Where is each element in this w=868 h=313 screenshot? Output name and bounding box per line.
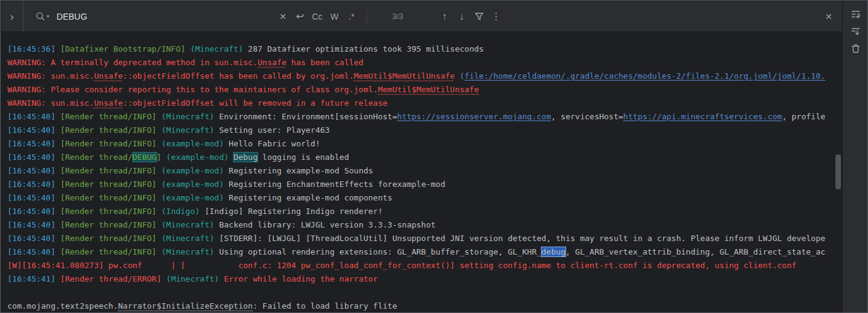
log-segment: (Minecraft) [161, 125, 214, 135]
log-segment: (example-mod) [161, 139, 224, 148]
log-hyperlink[interactable]: ( [460, 71, 465, 81]
search-icon[interactable]: ▾ [35, 11, 49, 22]
log-segment: ::objectFieldOffset will be removed in a… [123, 98, 387, 108]
log-segment: [Render thread/INFO] [60, 125, 157, 135]
log-segment: [Render thread/INFO] [60, 180, 157, 189]
whole-words-toggle[interactable]: W [327, 9, 342, 25]
log-segment: Hello Fabric world! [224, 139, 320, 148]
log-hyperlink[interactable]: Narrator$InitializeException [118, 301, 253, 311]
console-log[interactable]: [16:45:36] [Datafixer Bootstrap/INFO] (M… [1, 33, 842, 313]
log-hyperlink[interactable]: Unsafe [258, 58, 286, 67]
search-input[interactable]: DEBUG [57, 12, 273, 22]
log-segment: Backend library: LWJGL version 3.3.3-sna… [215, 220, 436, 229]
funnel-icon [474, 11, 484, 22]
soft-wrap-button[interactable] [847, 7, 864, 22]
log-segment: Setting user: Player463 [215, 125, 330, 135]
log-segment: [Render thread/INFO] [60, 207, 157, 216]
log-segment: Using optional rendering extensions: GL_… [215, 247, 542, 256]
log-segment [55, 44, 60, 53]
log-segment: [16:45:40] [7, 166, 55, 175]
log-segment: Registering example-mod Sounds [224, 166, 373, 175]
run-console-window: › ▾ DEBUG ✕ ↩ Cc W .* 3/3 ↑ ↓ ⋮ ✕ [16:45… [0, 0, 868, 313]
log-segment: (Minecraft) [190, 44, 243, 53]
search-current-highlight: debug [542, 247, 566, 256]
log-segment: Error while loading the narrator [219, 274, 377, 283]
log-segment: [W][16:45:41.080273] pw.conf | [ conf.c:… [7, 261, 797, 270]
log-line: WARNING: sun.misc.Unsafe::objectFieldOff… [7, 69, 842, 83]
log-segment [55, 220, 60, 229]
log-segment [55, 139, 60, 148]
log-segment [55, 166, 60, 175]
log-line: [16:45:40] [Render thread/INFO] (Minecra… [7, 218, 842, 232]
log-segment: (Minecraft) [166, 274, 219, 283]
regex-toggle[interactable]: .* [344, 9, 359, 25]
soft-wrap-icon [850, 9, 861, 20]
log-segment [55, 234, 60, 243]
log-segment: [Render thread/INFO] [60, 112, 157, 121]
search-history-dropdown-icon: ▾ [47, 14, 49, 19]
filter-button[interactable] [471, 9, 486, 25]
log-line: WARNING: Please consider reporting this … [7, 83, 842, 97]
log-segment: WARNING: sun.misc. [7, 98, 94, 108]
match-case-toggle[interactable]: Cc [310, 9, 325, 25]
log-segment: [16:45:40] [7, 153, 55, 162]
log-segment: com.mojang.text2speech. [7, 301, 118, 311]
log-hyperlink[interactable]: MemUtil$MemUtilUnsafe [378, 85, 479, 94]
log-segment [55, 207, 60, 216]
log-segment: , servicesHost= [551, 112, 623, 121]
log-segment: [16:45:36] [7, 44, 55, 53]
toolbar-divider [366, 10, 367, 23]
log-segment: : Failed to load library flite [253, 301, 397, 311]
previous-match-button[interactable]: ↑ [437, 9, 452, 25]
log-segment: WARNING: Please consider reporting this … [7, 85, 378, 94]
clear-search-button[interactable]: ✕ [275, 9, 290, 25]
log-segment: 287 Datafixer optimizations took 395 mil… [243, 44, 484, 53]
log-segment: [STDERR]: [LWJGL] [ThreadLocalUtil] Unsu… [215, 234, 826, 243]
expand-search-panel-button[interactable]: › [1, 1, 23, 31]
vertical-scrollbar-thumb[interactable] [835, 154, 841, 189]
log-segment [55, 274, 60, 283]
clear-console-button[interactable] [847, 41, 864, 56]
insert-newline-button[interactable]: ↩ [293, 9, 307, 25]
log-hyperlink[interactable]: file:/home/celdaemon/.gradle/caches/modu… [465, 71, 826, 81]
log-segment: [16:45:40] [7, 125, 55, 135]
log-line [7, 286, 842, 299]
log-line: [16:45:40] [Render thread/DEBUG] (exampl… [7, 151, 842, 164]
scroll-to-end-button[interactable] [847, 24, 864, 39]
magnifier-icon [35, 11, 46, 22]
log-segment: Registering EnchantmentEffects forexampl… [224, 180, 445, 189]
log-hyperlink[interactable]: Unsafe [94, 98, 123, 108]
log-line: com.mojang.text2speech.Narrator$Initiali… [7, 299, 842, 313]
log-segment: [Render thread/INFO] [60, 247, 157, 256]
log-line: [16:45:40] [Render thread/INFO] (Minecra… [7, 124, 842, 137]
log-hyperlink[interactable]: MemUtil$MemUtilUnsafe [354, 71, 455, 81]
log-segment [55, 247, 60, 256]
next-match-button[interactable]: ↓ [454, 9, 469, 25]
log-line: WARNING: sun.misc.Unsafe::objectFieldOff… [7, 97, 842, 110]
log-segment: (Indigo) [161, 207, 200, 216]
log-segment [55, 112, 60, 121]
close-search-button[interactable]: ✕ [821, 9, 836, 25]
log-segment: [Render thread/ [60, 153, 132, 162]
console-toolbar [842, 1, 868, 313]
search-match-highlight: DEBUG [133, 153, 157, 162]
log-hyperlink[interactable]: https://api.minecraftservices.com [623, 112, 782, 121]
log-segment: [16:45:40] [7, 220, 55, 229]
log-hyperlink[interactable]: Unsafe [94, 71, 123, 81]
scroll-to-end-icon [850, 26, 861, 37]
chevron-right-icon: › [10, 10, 14, 23]
more-options-button[interactable]: ⋮ [489, 9, 503, 25]
match-counter: 3/3 [376, 12, 420, 21]
log-segment: , profile [782, 112, 825, 121]
log-segment: [16:45:40] [7, 193, 55, 202]
log-segment: [Render thread/INFO] [60, 234, 157, 243]
log-line: [16:45:40] [Render thread/INFO] (example… [7, 178, 842, 191]
log-line: WARNING: A terminally deprecated method … [7, 56, 842, 69]
log-segment: [16:45:40] [7, 112, 55, 121]
log-segment: [Render thread/INFO] [60, 166, 157, 175]
log-segment: [Indigo] Registering Indigo renderer! [200, 207, 382, 216]
log-hyperlink[interactable]: https://sessionserver.mojang.com [397, 112, 551, 121]
log-segment: logging is enabled [258, 153, 349, 162]
log-segment [55, 125, 60, 135]
search-match-highlight: Debug [234, 153, 258, 162]
